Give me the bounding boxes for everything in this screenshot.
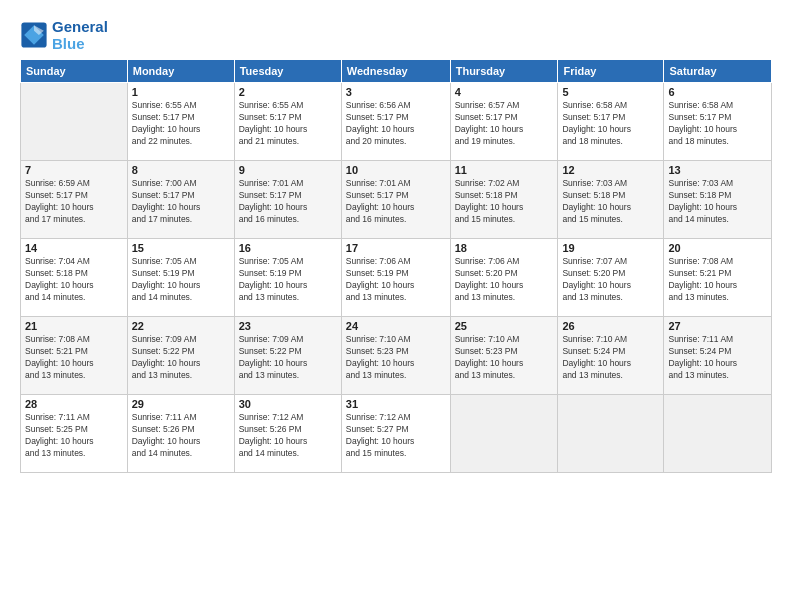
calendar-cell: 29Sunrise: 7:11 AMSunset: 5:26 PMDayligh… bbox=[127, 394, 234, 472]
day-info: Sunrise: 7:09 AMSunset: 5:22 PMDaylight:… bbox=[132, 333, 230, 382]
day-info: Sunrise: 6:58 AMSunset: 5:17 PMDaylight:… bbox=[668, 99, 767, 148]
logo-area: General Blue bbox=[20, 18, 772, 53]
calendar-cell: 11Sunrise: 7:02 AMSunset: 5:18 PMDayligh… bbox=[450, 160, 558, 238]
calendar-cell: 17Sunrise: 7:06 AMSunset: 5:19 PMDayligh… bbox=[341, 238, 450, 316]
calendar-cell: 20Sunrise: 7:08 AMSunset: 5:21 PMDayligh… bbox=[664, 238, 772, 316]
day-number: 21 bbox=[25, 320, 123, 332]
day-number: 5 bbox=[562, 86, 659, 98]
calendar-cell: 16Sunrise: 7:05 AMSunset: 5:19 PMDayligh… bbox=[234, 238, 341, 316]
calendar-cell: 3Sunrise: 6:56 AMSunset: 5:17 PMDaylight… bbox=[341, 82, 450, 160]
calendar-cell: 18Sunrise: 7:06 AMSunset: 5:20 PMDayligh… bbox=[450, 238, 558, 316]
day-info: Sunrise: 7:12 AMSunset: 5:27 PMDaylight:… bbox=[346, 411, 446, 460]
day-info: Sunrise: 7:10 AMSunset: 5:23 PMDaylight:… bbox=[346, 333, 446, 382]
day-info: Sunrise: 7:08 AMSunset: 5:21 PMDaylight:… bbox=[25, 333, 123, 382]
day-number: 24 bbox=[346, 320, 446, 332]
calendar-cell: 13Sunrise: 7:03 AMSunset: 5:18 PMDayligh… bbox=[664, 160, 772, 238]
day-info: Sunrise: 7:03 AMSunset: 5:18 PMDaylight:… bbox=[562, 177, 659, 226]
day-number: 31 bbox=[346, 398, 446, 410]
calendar-cell: 26Sunrise: 7:10 AMSunset: 5:24 PMDayligh… bbox=[558, 316, 664, 394]
day-info: Sunrise: 7:06 AMSunset: 5:20 PMDaylight:… bbox=[455, 255, 554, 304]
day-info: Sunrise: 7:07 AMSunset: 5:20 PMDaylight:… bbox=[562, 255, 659, 304]
day-info: Sunrise: 7:10 AMSunset: 5:23 PMDaylight:… bbox=[455, 333, 554, 382]
day-info: Sunrise: 7:09 AMSunset: 5:22 PMDaylight:… bbox=[239, 333, 337, 382]
day-number: 9 bbox=[239, 164, 337, 176]
day-number: 1 bbox=[132, 86, 230, 98]
calendar-cell: 5Sunrise: 6:58 AMSunset: 5:17 PMDaylight… bbox=[558, 82, 664, 160]
calendar-cell: 10Sunrise: 7:01 AMSunset: 5:17 PMDayligh… bbox=[341, 160, 450, 238]
page: General Blue SundayMondayTuesdayWednesda… bbox=[0, 0, 792, 612]
calendar-cell bbox=[664, 394, 772, 472]
week-row-2: 7Sunrise: 6:59 AMSunset: 5:17 PMDaylight… bbox=[21, 160, 772, 238]
day-info: Sunrise: 7:11 AMSunset: 5:26 PMDaylight:… bbox=[132, 411, 230, 460]
calendar-cell: 28Sunrise: 7:11 AMSunset: 5:25 PMDayligh… bbox=[21, 394, 128, 472]
weekday-header-tuesday: Tuesday bbox=[234, 59, 341, 82]
calendar-cell: 12Sunrise: 7:03 AMSunset: 5:18 PMDayligh… bbox=[558, 160, 664, 238]
weekday-header-sunday: Sunday bbox=[21, 59, 128, 82]
day-number: 27 bbox=[668, 320, 767, 332]
day-number: 18 bbox=[455, 242, 554, 254]
calendar-cell: 31Sunrise: 7:12 AMSunset: 5:27 PMDayligh… bbox=[341, 394, 450, 472]
calendar-cell: 27Sunrise: 7:11 AMSunset: 5:24 PMDayligh… bbox=[664, 316, 772, 394]
calendar-cell: 22Sunrise: 7:09 AMSunset: 5:22 PMDayligh… bbox=[127, 316, 234, 394]
week-row-5: 28Sunrise: 7:11 AMSunset: 5:25 PMDayligh… bbox=[21, 394, 772, 472]
calendar-cell: 4Sunrise: 6:57 AMSunset: 5:17 PMDaylight… bbox=[450, 82, 558, 160]
day-number: 26 bbox=[562, 320, 659, 332]
day-number: 7 bbox=[25, 164, 123, 176]
calendar-cell: 2Sunrise: 6:55 AMSunset: 5:17 PMDaylight… bbox=[234, 82, 341, 160]
day-number: 16 bbox=[239, 242, 337, 254]
day-number: 10 bbox=[346, 164, 446, 176]
calendar-cell: 9Sunrise: 7:01 AMSunset: 5:17 PMDaylight… bbox=[234, 160, 341, 238]
day-number: 25 bbox=[455, 320, 554, 332]
day-info: Sunrise: 7:04 AMSunset: 5:18 PMDaylight:… bbox=[25, 255, 123, 304]
day-info: Sunrise: 7:08 AMSunset: 5:21 PMDaylight:… bbox=[668, 255, 767, 304]
day-info: Sunrise: 6:55 AMSunset: 5:17 PMDaylight:… bbox=[239, 99, 337, 148]
week-row-1: 1Sunrise: 6:55 AMSunset: 5:17 PMDaylight… bbox=[21, 82, 772, 160]
weekday-header-thursday: Thursday bbox=[450, 59, 558, 82]
weekday-header-saturday: Saturday bbox=[664, 59, 772, 82]
weekday-header-wednesday: Wednesday bbox=[341, 59, 450, 82]
day-info: Sunrise: 7:02 AMSunset: 5:18 PMDaylight:… bbox=[455, 177, 554, 226]
weekday-header-monday: Monday bbox=[127, 59, 234, 82]
weekday-header-row: SundayMondayTuesdayWednesdayThursdayFrid… bbox=[21, 59, 772, 82]
day-number: 6 bbox=[668, 86, 767, 98]
calendar-cell bbox=[450, 394, 558, 472]
day-number: 20 bbox=[668, 242, 767, 254]
calendar-table: SundayMondayTuesdayWednesdayThursdayFrid… bbox=[20, 59, 772, 473]
day-info: Sunrise: 6:56 AMSunset: 5:17 PMDaylight:… bbox=[346, 99, 446, 148]
day-info: Sunrise: 7:12 AMSunset: 5:26 PMDaylight:… bbox=[239, 411, 337, 460]
calendar-cell bbox=[558, 394, 664, 472]
day-number: 14 bbox=[25, 242, 123, 254]
day-info: Sunrise: 7:10 AMSunset: 5:24 PMDaylight:… bbox=[562, 333, 659, 382]
calendar-cell: 30Sunrise: 7:12 AMSunset: 5:26 PMDayligh… bbox=[234, 394, 341, 472]
calendar-cell: 8Sunrise: 7:00 AMSunset: 5:17 PMDaylight… bbox=[127, 160, 234, 238]
day-number: 28 bbox=[25, 398, 123, 410]
day-number: 13 bbox=[668, 164, 767, 176]
day-number: 4 bbox=[455, 86, 554, 98]
day-info: Sunrise: 6:59 AMSunset: 5:17 PMDaylight:… bbox=[25, 177, 123, 226]
day-info: Sunrise: 7:11 AMSunset: 5:24 PMDaylight:… bbox=[668, 333, 767, 382]
calendar-cell: 7Sunrise: 6:59 AMSunset: 5:17 PMDaylight… bbox=[21, 160, 128, 238]
day-number: 11 bbox=[455, 164, 554, 176]
day-number: 8 bbox=[132, 164, 230, 176]
day-info: Sunrise: 7:05 AMSunset: 5:19 PMDaylight:… bbox=[132, 255, 230, 304]
calendar-cell: 23Sunrise: 7:09 AMSunset: 5:22 PMDayligh… bbox=[234, 316, 341, 394]
day-info: Sunrise: 7:00 AMSunset: 5:17 PMDaylight:… bbox=[132, 177, 230, 226]
calendar-cell: 1Sunrise: 6:55 AMSunset: 5:17 PMDaylight… bbox=[127, 82, 234, 160]
day-number: 23 bbox=[239, 320, 337, 332]
calendar-cell: 24Sunrise: 7:10 AMSunset: 5:23 PMDayligh… bbox=[341, 316, 450, 394]
day-info: Sunrise: 6:57 AMSunset: 5:17 PMDaylight:… bbox=[455, 99, 554, 148]
day-info: Sunrise: 7:05 AMSunset: 5:19 PMDaylight:… bbox=[239, 255, 337, 304]
day-number: 15 bbox=[132, 242, 230, 254]
day-info: Sunrise: 7:06 AMSunset: 5:19 PMDaylight:… bbox=[346, 255, 446, 304]
calendar-cell: 19Sunrise: 7:07 AMSunset: 5:20 PMDayligh… bbox=[558, 238, 664, 316]
day-info: Sunrise: 7:01 AMSunset: 5:17 PMDaylight:… bbox=[239, 177, 337, 226]
calendar-cell: 25Sunrise: 7:10 AMSunset: 5:23 PMDayligh… bbox=[450, 316, 558, 394]
day-info: Sunrise: 6:55 AMSunset: 5:17 PMDaylight:… bbox=[132, 99, 230, 148]
day-number: 19 bbox=[562, 242, 659, 254]
day-number: 17 bbox=[346, 242, 446, 254]
day-number: 3 bbox=[346, 86, 446, 98]
day-info: Sunrise: 6:58 AMSunset: 5:17 PMDaylight:… bbox=[562, 99, 659, 148]
day-number: 22 bbox=[132, 320, 230, 332]
day-number: 30 bbox=[239, 398, 337, 410]
day-number: 29 bbox=[132, 398, 230, 410]
